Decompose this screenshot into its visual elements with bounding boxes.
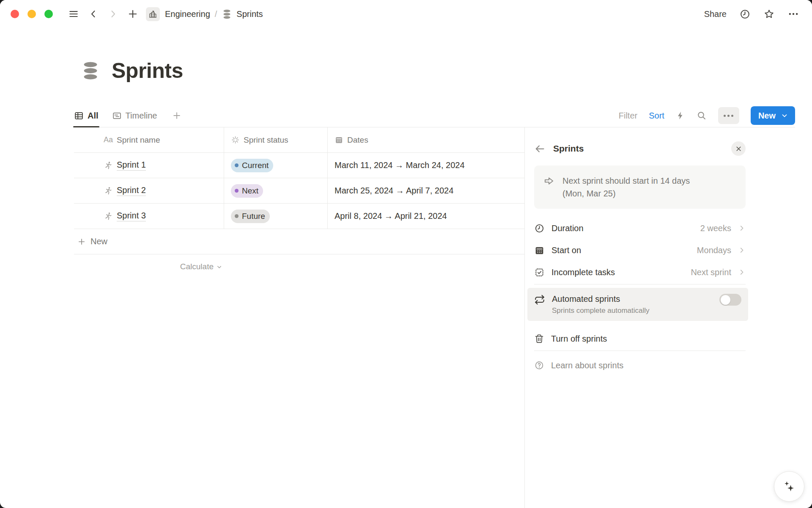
breadcrumb: Engineering / Sprints bbox=[146, 7, 263, 21]
breadcrumb-page[interactable]: Sprints bbox=[222, 9, 263, 19]
chevron-right-icon bbox=[738, 268, 746, 276]
learn-about-sprints-link[interactable]: Learn about sprints bbox=[534, 354, 746, 376]
nav-back-button[interactable] bbox=[88, 9, 99, 19]
lightning-icon bbox=[676, 111, 685, 120]
chevron-left-icon bbox=[88, 9, 99, 19]
runner-icon bbox=[104, 161, 113, 170]
checkbox-dashed-icon bbox=[534, 267, 545, 278]
tab-all[interactable]: All bbox=[74, 104, 99, 127]
learn-about-sprints-label: Learn about sprints bbox=[551, 361, 623, 370]
cell-dates[interactable]: March 25, 2024 → April 7, 2024 bbox=[328, 178, 524, 203]
sprint-name-link[interactable]: Sprint 1 bbox=[117, 160, 146, 171]
chevron-right-icon bbox=[108, 9, 118, 19]
minimize-window-button[interactable] bbox=[27, 10, 36, 18]
plus-icon bbox=[127, 8, 138, 19]
cell-sprint-name[interactable]: Sprint 2 bbox=[74, 178, 224, 203]
question-icon bbox=[534, 360, 544, 370]
setting-start-on[interactable]: Start on Mondays bbox=[534, 239, 746, 261]
setting-incomplete-tasks[interactable]: Incomplete tasks Next sprint bbox=[534, 261, 746, 283]
cell-sprint-status[interactable]: Next bbox=[224, 178, 328, 203]
close-window-button[interactable] bbox=[11, 10, 19, 18]
next-sprint-callout: Next sprint should start in 14 days (Mon… bbox=[534, 166, 746, 209]
cell-dates[interactable]: March 11, 2024 → March 24, 2024 bbox=[328, 153, 524, 178]
status-dot-icon bbox=[235, 189, 239, 193]
breadcrumb-page-label: Sprints bbox=[236, 9, 263, 19]
automated-sprints-subtitle: Sprints complete automatically bbox=[552, 306, 713, 316]
database-icon bbox=[222, 9, 232, 19]
clock-icon bbox=[739, 8, 751, 20]
sprint-settings-panel: Sprints Next sprint should start in 14 d… bbox=[524, 127, 812, 508]
notion-window: Engineering / Sprints Share Sprints bbox=[0, 0, 812, 508]
view-tabbar: All Timeline Filter Sort New bbox=[74, 104, 795, 127]
add-view-button[interactable] bbox=[172, 111, 181, 120]
hamburger-icon bbox=[68, 8, 79, 19]
panel-close-button[interactable] bbox=[731, 141, 746, 156]
sprint-name-link[interactable]: Sprint 2 bbox=[117, 185, 146, 196]
tab-timeline[interactable]: Timeline bbox=[112, 104, 157, 127]
new-page-button[interactable] bbox=[127, 8, 138, 19]
column-label: Dates bbox=[347, 135, 368, 145]
table-row: Sprint 1 Current March 11, 2024 → March … bbox=[74, 153, 524, 178]
setting-value: Next sprint bbox=[691, 268, 731, 277]
panel-back-button[interactable] bbox=[534, 143, 546, 155]
automated-sprints-row[interactable]: Automated sprints Sprints complete autom… bbox=[527, 288, 748, 321]
breadcrumb-separator: / bbox=[215, 9, 217, 19]
chevron-right-icon bbox=[738, 224, 746, 232]
calculate-row: Calculate bbox=[74, 254, 524, 279]
tab-timeline-label: Timeline bbox=[126, 111, 157, 121]
chevron-right-icon bbox=[738, 246, 746, 254]
callout-line2: (Mon, Mar 25) bbox=[562, 187, 690, 200]
column-header-sprint-status[interactable]: Sprint status bbox=[224, 127, 328, 152]
sidebar-menu-button[interactable] bbox=[68, 8, 79, 19]
runner-icon bbox=[104, 212, 113, 221]
cell-sprint-status[interactable]: Future bbox=[224, 204, 328, 229]
status-dot-icon bbox=[235, 214, 239, 218]
search-view-button[interactable] bbox=[697, 110, 707, 121]
workspace-icon-chip[interactable] bbox=[146, 7, 160, 21]
sort-button[interactable]: Sort bbox=[649, 111, 664, 121]
breadcrumb-workspace[interactable]: Engineering bbox=[165, 9, 210, 19]
date-range: March 25, 2024 → April 7, 2024 bbox=[335, 186, 453, 196]
date-range: March 11, 2024 → March 24, 2024 bbox=[335, 160, 465, 170]
column-label: Sprint name bbox=[117, 135, 160, 145]
timeline-view-icon bbox=[112, 111, 122, 121]
add-row-button[interactable]: New bbox=[74, 229, 524, 254]
cell-dates[interactable]: April 8, 2024 → April 21, 2024 bbox=[328, 204, 524, 229]
cell-sprint-status[interactable]: Current bbox=[224, 153, 328, 178]
setting-value: 2 weeks bbox=[700, 224, 731, 233]
share-button[interactable]: Share bbox=[704, 9, 727, 19]
column-header-dates[interactable]: Dates bbox=[328, 127, 524, 152]
calculate-label: Calculate bbox=[180, 262, 214, 271]
plus-icon bbox=[172, 111, 181, 120]
automated-sprints-toggle[interactable] bbox=[719, 294, 741, 306]
building-icon bbox=[148, 10, 157, 19]
notion-ai-button[interactable] bbox=[774, 471, 804, 502]
setting-duration[interactable]: Duration 2 weeks bbox=[534, 217, 746, 239]
ellipsis-icon bbox=[787, 8, 799, 20]
table-row: Sprint 3 Future April 8, 2024 → April 21… bbox=[74, 204, 524, 229]
view-options-button[interactable] bbox=[718, 107, 739, 124]
status-label: Next bbox=[242, 186, 258, 196]
sprint-name-link[interactable]: Sprint 3 bbox=[117, 211, 146, 221]
automations-button[interactable] bbox=[676, 111, 685, 120]
chevron-down-icon bbox=[216, 264, 222, 270]
panel-title: Sprints bbox=[553, 144, 584, 154]
new-record-label: New bbox=[758, 111, 776, 121]
titlebar: Engineering / Sprints Share bbox=[0, 0, 812, 28]
page-more-button[interactable] bbox=[787, 8, 799, 20]
turn-off-sprints-row[interactable]: Turn off sprints bbox=[534, 328, 746, 350]
updates-button[interactable] bbox=[739, 8, 751, 20]
favorite-button[interactable] bbox=[763, 8, 775, 20]
cell-sprint-name[interactable]: Sprint 1 bbox=[74, 153, 224, 178]
filter-button[interactable]: Filter bbox=[619, 111, 637, 121]
nav-forward-button[interactable] bbox=[108, 9, 118, 19]
sprints-table: Aa Sprint name Sprint status Dates Sprin… bbox=[74, 127, 524, 279]
calculate-cell[interactable]: Calculate bbox=[74, 254, 224, 279]
star-icon bbox=[763, 8, 775, 20]
callout-line1: Next sprint should start in 14 days bbox=[562, 174, 690, 187]
zoom-window-button[interactable] bbox=[44, 10, 53, 18]
column-header-sprint-name[interactable]: Aa Sprint name bbox=[74, 127, 224, 152]
new-record-button[interactable]: New bbox=[751, 106, 795, 125]
cell-sprint-name[interactable]: Sprint 3 bbox=[74, 204, 224, 229]
setting-value: Mondays bbox=[697, 246, 731, 255]
